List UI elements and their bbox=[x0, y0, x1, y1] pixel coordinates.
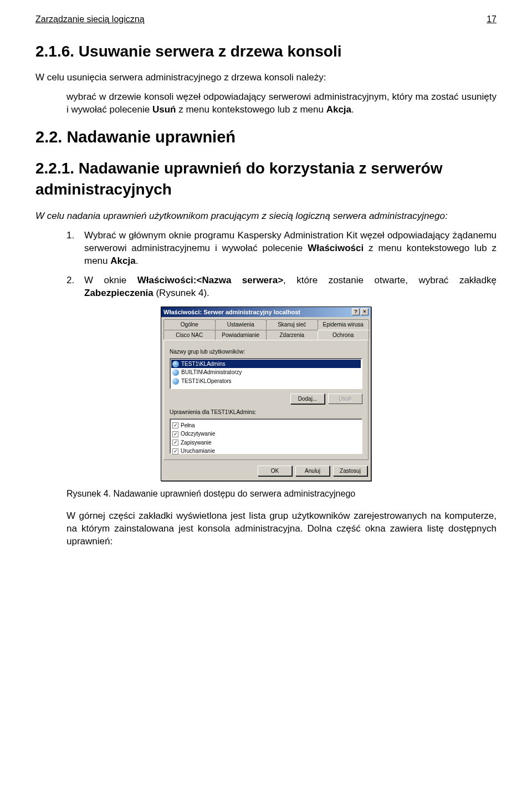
remove-button[interactable]: Usuń bbox=[328, 394, 362, 405]
add-button[interactable]: Dodaj... bbox=[290, 394, 325, 405]
checkbox-icon[interactable]: ✓ bbox=[172, 431, 178, 437]
checkbox-icon[interactable]: ✓ bbox=[172, 422, 178, 428]
properties-dialog: Właściwości: Serwer administracyjny loca… bbox=[161, 307, 371, 482]
figure-caption: Rysunek 4. Nadawanie uprawnień dostępu d… bbox=[66, 488, 497, 500]
tab-cisco[interactable]: Cisco NAC bbox=[163, 330, 216, 340]
steps-list: 1. Wybrać w głównym oknie programu Kaspe… bbox=[35, 229, 497, 300]
groups-label: Nazwy grup lub użytkowników: bbox=[170, 348, 362, 356]
groups-listbox[interactable]: TEST1\KLAdmins BUILTIN\Administratorzy T… bbox=[170, 358, 362, 389]
perm-execute[interactable]: ✓Uruchamianie bbox=[172, 447, 360, 456]
step-1: 1. Wybrać w głównym oknie programu Kaspe… bbox=[66, 229, 497, 268]
dialog-title: Właściwości: Serwer administracyjny loca… bbox=[163, 308, 300, 316]
help-icon[interactable]: ? bbox=[352, 308, 360, 315]
apply-button[interactable]: Zastosuj bbox=[333, 466, 367, 477]
tabs-row-1: Ogólne Ustawienia Skanuj sieć Epidemia w… bbox=[161, 317, 371, 330]
ok-button[interactable]: OK bbox=[258, 466, 292, 477]
group-icon bbox=[172, 361, 179, 367]
header-left: Zarządzanie siecią logiczną bbox=[35, 13, 145, 25]
intro-2-2-1: W celu nadania uprawnień użytkownikom pr… bbox=[35, 210, 497, 223]
perm-read[interactable]: ✓Odczytywanie bbox=[172, 430, 360, 438]
perm-full[interactable]: ✓Pełna bbox=[172, 421, 360, 430]
group-buttons: Dodaj... Usuń bbox=[170, 394, 362, 405]
perm-write[interactable]: ✓Zapisywanie bbox=[172, 438, 360, 447]
body-text-2-1-6: wybrać w drzewie konsoli węzeł odpowiada… bbox=[66, 91, 497, 116]
tab-security[interactable]: Ochrona bbox=[318, 330, 370, 340]
step-2-text: W oknie Właściwości:<Nazwa serwera>, któ… bbox=[84, 274, 497, 300]
tab-settings[interactable]: Ustawienia bbox=[215, 319, 267, 330]
step-number: 1. bbox=[66, 229, 79, 268]
tab-notify[interactable]: Powiadamianie bbox=[215, 330, 267, 340]
tab-scan[interactable]: Skanuj sieć bbox=[266, 319, 318, 330]
tab-events[interactable]: Zdarzenia bbox=[266, 330, 318, 340]
group-item-kloperators[interactable]: TEST1\KLOperators bbox=[171, 377, 361, 386]
body-2-1-6: wybrać w drzewie konsoli węzeł odpowiada… bbox=[35, 91, 497, 116]
group-icon bbox=[172, 369, 179, 376]
group-item-builtin-admins[interactable]: BUILTIN\Administratorzy bbox=[171, 368, 361, 377]
header-page-number: 17 bbox=[487, 13, 497, 25]
heading-2-2-1: 2.2.1. Nadawanie uprawnień do korzystani… bbox=[35, 158, 497, 200]
tabs-row-2: Cisco NAC Powiadamianie Zdarzenia Ochron… bbox=[161, 330, 371, 340]
tab-epidemic[interactable]: Epidemia wirusa bbox=[318, 319, 370, 330]
checkbox-icon[interactable]: ✓ bbox=[172, 440, 178, 446]
page-header: Zarządzanie siecią logiczną 17 bbox=[35, 13, 497, 25]
group-icon bbox=[172, 378, 179, 385]
figure-4: Właściwości: Serwer administracyjny loca… bbox=[35, 307, 497, 482]
step-1-text: Wybrać w głównym oknie programu Kaspersk… bbox=[84, 229, 497, 268]
step-number: 2. bbox=[66, 274, 79, 300]
heading-2-1-6: 2.1.6. Usuwanie serwera z drzewa konsoli bbox=[35, 41, 497, 62]
dialog-footer: OK Anuluj Zastosuj bbox=[161, 462, 371, 481]
tab-general[interactable]: Ogólne bbox=[163, 319, 216, 330]
dialog-titlebar: Właściwości: Serwer administracyjny loca… bbox=[161, 307, 371, 318]
group-item-kladmins[interactable]: TEST1\KLAdmins bbox=[171, 360, 361, 369]
cancel-button[interactable]: Anuluj bbox=[295, 466, 330, 477]
bottom-paragraph: W górnej części zakładki wyświetlona jes… bbox=[35, 510, 497, 548]
intro-2-1-6: W celu usunięcia serwera administracyjne… bbox=[35, 72, 497, 84]
checkbox-icon[interactable]: ✓ bbox=[172, 448, 178, 454]
permissions-list: ✓Pełna ✓Odczytywanie ✓Zapisywanie ✓Uruch… bbox=[170, 418, 362, 454]
close-icon[interactable]: × bbox=[361, 308, 369, 315]
dialog-body: Nazwy grup lub użytkowników: TEST1\KLAdm… bbox=[163, 340, 369, 460]
step-2: 2. W oknie Właściwości:<Nazwa serwera>, … bbox=[66, 274, 497, 300]
permissions-label: Uprawnienia dla TEST1\KLAdmins: bbox=[170, 408, 362, 416]
heading-2-2: 2.2. Nadawanie uprawnień bbox=[35, 126, 497, 148]
